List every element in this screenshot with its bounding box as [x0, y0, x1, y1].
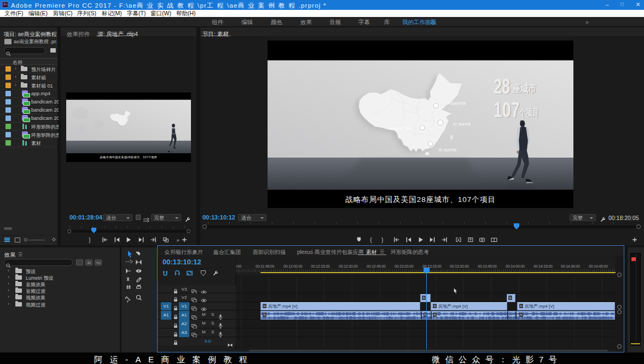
- svg-text:中西部潜力城市: 中西部潜力城市: [390, 127, 411, 131]
- svg-text:个项目: 个项目: [519, 107, 538, 118]
- svg-text:战略布局中国及美国28座城市、107个项目: 战略布局中国及美国28座城市、107个项目: [100, 155, 158, 159]
- svg-text:长三角城市群: 长三角城市群: [453, 123, 471, 126]
- svg-text:107: 107: [494, 98, 520, 122]
- svg-text:28: 28: [494, 74, 510, 98]
- svg-text:珠三角城市群: 珠三角城市群: [439, 148, 457, 152]
- svg-text:环渤海城市群: 环渤海城市群: [448, 102, 466, 106]
- svg-text:战略布局中国及美国28座城市、107个项目: 战略布局中国及美国28座城市、107个项目: [345, 195, 496, 204]
- svg-text:{: {: [370, 237, 372, 243]
- svg-text:»: »: [176, 238, 179, 243]
- svg-text:}: }: [89, 237, 91, 243]
- svg-text:座城市: 座城市: [512, 83, 536, 94]
- svg-text:}: }: [381, 237, 384, 243]
